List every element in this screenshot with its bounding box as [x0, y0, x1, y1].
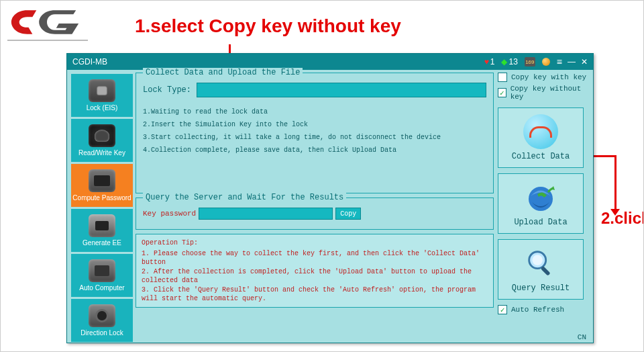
button-label: Collect Data	[512, 152, 570, 161]
sidebar-item-label: Read/Write Key	[78, 149, 125, 157]
step-text: 1.Waiting to read the lock data	[143, 105, 486, 118]
app-window: CGDI-MB ♥1 ◆13 169 ≡ — ✕ Lock (EIS) Read…	[66, 53, 594, 343]
computer-icon	[89, 259, 115, 282]
diamond-icon: ◆13	[501, 57, 517, 67]
checkbox-auto-refresh[interactable]: Auto Refresh	[498, 305, 589, 314]
checkbox-label: Copy key without key	[511, 85, 589, 101]
locktype-label: Lock Type:	[143, 85, 191, 95]
annotation-step1: 1.select Copy key without key	[135, 15, 401, 37]
locktype-select[interactable]	[197, 83, 486, 97]
checkbox-label: Auto Refresh	[511, 306, 564, 314]
sidebar-item-label: Compute Password	[72, 194, 131, 202]
tip-title: Operation Tip:	[142, 238, 488, 248]
copy-button[interactable]: Copy	[335, 208, 361, 220]
step-text: 4.Collection complete, please save data,…	[143, 144, 486, 157]
chip-icon	[89, 169, 115, 192]
sidebar: Lock (EIS) Read/Write Key Compute Passwo…	[71, 74, 133, 342]
query-result-button[interactable]: Query Result	[498, 239, 584, 300]
sidebar-item-label: Generate EE	[83, 239, 121, 247]
step-text: 3.Start collecting, it will take a long …	[143, 131, 486, 144]
sidebar-item-auto-computer[interactable]: Auto Computer	[71, 254, 133, 297]
status-dot-icon	[542, 58, 550, 66]
tip-line: 2. After the collection is completed, cl…	[142, 267, 488, 285]
sidebar-item-label: Auto Computer	[79, 284, 124, 292]
ee-icon	[89, 214, 115, 237]
svg-point-2	[533, 255, 543, 265]
steering-icon	[89, 304, 115, 327]
sidebar-item-generate-ee[interactable]: Generate EE	[71, 209, 133, 252]
button-label: Upload Data	[514, 218, 567, 227]
sidebar-item-label: Direction Lock	[80, 329, 123, 337]
upload-data-button[interactable]: Upload Data	[498, 173, 584, 234]
sidebar-item-compute-password[interactable]: Compute Password	[71, 164, 133, 207]
tip-line: 3. Click the 'Query Result' button and c…	[142, 285, 488, 304]
checkbox-copy-without-key[interactable]: Copy key without key	[498, 85, 589, 101]
step-text: 2.Insert the Simulation Key into the loc…	[143, 118, 486, 131]
keypassword-label: Key password	[143, 210, 196, 218]
operation-tip-box: Operation Tip: 1. Please choose the way …	[136, 234, 494, 308]
checkbox-icon	[498, 305, 507, 314]
keypassword-input[interactable]	[199, 208, 333, 220]
lock-icon	[89, 79, 115, 102]
checkbox-icon	[498, 73, 507, 82]
app-title: CGDI-MB	[72, 57, 107, 67]
key-icon	[89, 124, 115, 147]
annotation-step2: 2.click	[601, 209, 644, 228]
calendar-icon: 169	[525, 57, 535, 67]
sidebar-item-label: Lock (EIS)	[87, 104, 118, 112]
checkbox-icon	[498, 88, 506, 97]
cg-logo	[7, 5, 88, 41]
annotation-arrow-head	[610, 209, 620, 216]
query-server-fieldset: Query the Server and Wait For the Result…	[136, 197, 494, 230]
steps-list: 1.Waiting to read the lock data 2.Insert…	[143, 105, 486, 157]
menu-icon[interactable]: ≡	[557, 56, 562, 67]
annotation-arrow-line	[614, 155, 616, 213]
minimize-button[interactable]: —	[568, 57, 576, 67]
heart-icon: ♥1	[484, 57, 495, 67]
fieldset-legend: Collect Data and Upload the File	[143, 68, 303, 77]
close-button[interactable]: ✕	[581, 57, 588, 67]
fieldset-legend: Query the Server and Wait For the Result…	[143, 193, 346, 202]
tip-line: 1. Please choose the way to collect the …	[142, 249, 488, 267]
usb-icon	[523, 114, 558, 149]
sidebar-item-direction-lock[interactable]: Direction Lock	[71, 299, 133, 342]
collect-data-fieldset: Collect Data and Upload the File Lock Ty…	[136, 73, 494, 193]
globe-upload-icon	[523, 180, 558, 215]
right-column: Copy key with key Copy key without key C…	[498, 73, 589, 329]
sidebar-item-read-write-key[interactable]: Read/Write Key	[71, 119, 133, 162]
checkbox-label: Copy key with key	[511, 73, 586, 81]
sidebar-item-lock-eis[interactable]: Lock (EIS)	[71, 74, 133, 117]
button-label: Query Result	[512, 283, 570, 293]
collect-data-button[interactable]: Collect Data	[498, 107, 584, 168]
checkbox-copy-with-key[interactable]: Copy key with key	[498, 73, 589, 82]
footer-lang: CN	[578, 333, 586, 341]
magnifier-icon	[523, 246, 558, 281]
main-panel: Collect Data and Upload the File Lock Ty…	[136, 73, 494, 329]
svg-rect-3	[541, 266, 551, 276]
